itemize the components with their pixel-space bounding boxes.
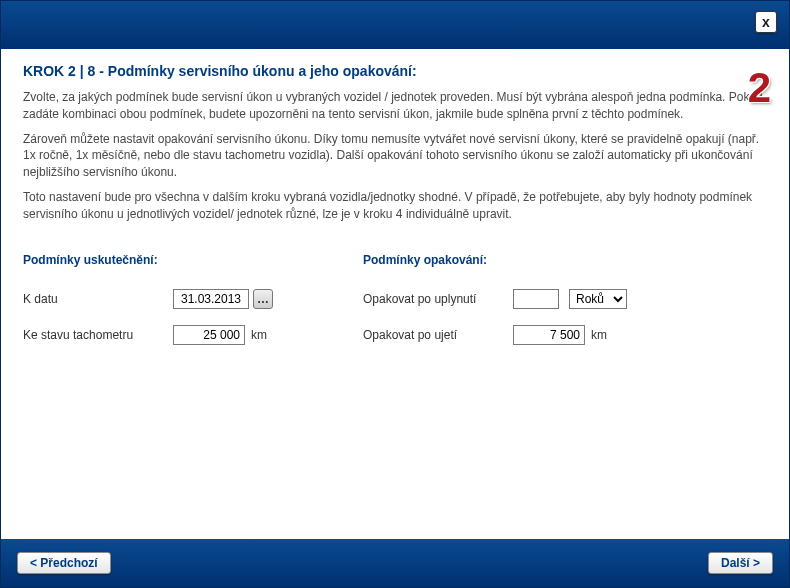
odometer-row: Ke stavu tachometru km <box>23 325 333 345</box>
intro-paragraph-3: Toto nastavení bude pro všechna v dalším… <box>23 189 767 223</box>
date-input[interactable] <box>173 289 249 309</box>
execution-conditions-column: Podmínky uskutečnění: K datu … Ke stavu … <box>23 253 333 361</box>
prev-button[interactable]: < Předchozí <box>17 552 111 574</box>
odometer-input[interactable] <box>173 325 245 345</box>
title-bar: x <box>1 1 789 49</box>
odometer-label: Ke stavu tachometru <box>23 328 173 342</box>
repeat-conditions-column: Podmínky opakování: Opakovat po uplynutí… <box>363 253 703 361</box>
footer-bar: < Předchozí Další > <box>1 539 789 587</box>
repeat-distance-row: Opakovat po ujetí km <box>363 325 703 345</box>
step-number-badge: 2 <box>748 67 771 109</box>
repeat-distance-input[interactable] <box>513 325 585 345</box>
repeat-heading: Podmínky opakování: <box>363 253 703 267</box>
close-button[interactable]: x <box>755 11 777 33</box>
repeat-distance-label: Opakovat po ujetí <box>363 328 513 342</box>
date-row: K datu … <box>23 289 333 309</box>
next-button[interactable]: Další > <box>708 552 773 574</box>
content-area: 2 KROK 2 | 8 - Podmínky servisního úkonu… <box>1 49 789 539</box>
execution-heading: Podmínky uskutečnění: <box>23 253 333 267</box>
conditions-columns: Podmínky uskutečnění: K datu … Ke stavu … <box>23 253 767 361</box>
close-icon: x <box>762 14 770 30</box>
odometer-unit: km <box>251 328 267 342</box>
repeat-time-input[interactable] <box>513 289 559 309</box>
step-title: KROK 2 | 8 - Podmínky servisního úkonu a… <box>23 63 767 79</box>
intro-paragraph-2: Zároveň můžete nastavit opakování servis… <box>23 131 767 181</box>
repeat-distance-unit: km <box>591 328 607 342</box>
ellipsis-icon: … <box>257 292 269 306</box>
wizard-modal: x 2 KROK 2 | 8 - Podmínky servisního úko… <box>0 0 790 588</box>
date-label: K datu <box>23 292 173 306</box>
repeat-time-row: Opakovat po uplynutí Roků <box>363 289 703 309</box>
repeat-time-label: Opakovat po uplynutí <box>363 292 513 306</box>
repeat-time-unit-select[interactable]: Roků <box>569 289 627 309</box>
calendar-button[interactable]: … <box>253 289 273 309</box>
intro-paragraph-1: Zvolte, za jakých podmínek bude servisní… <box>23 89 767 123</box>
